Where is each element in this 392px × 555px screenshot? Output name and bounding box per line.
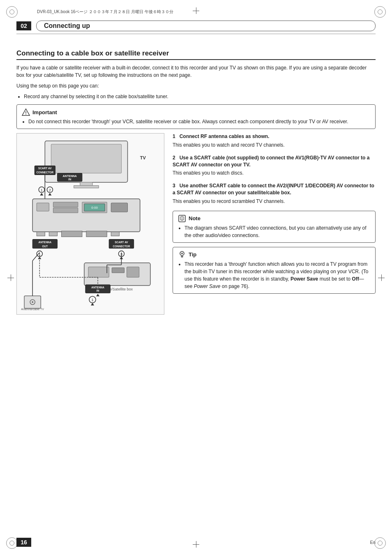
svg-text:0:00: 0:00 <box>91 206 98 210</box>
svg-rect-46 <box>112 268 124 273</box>
svg-marker-15 <box>40 193 43 196</box>
important-text-item: Do not connect this recorder 'through' y… <box>28 118 370 125</box>
warning-icon: ! <box>22 108 30 116</box>
svg-rect-28 <box>49 232 57 236</box>
svg-rect-20 <box>37 203 49 211</box>
svg-text:SCART AV: SCART AV <box>115 241 128 244</box>
note-icon <box>178 214 186 223</box>
two-column-layout: TV ANTENNA IN SCART AV CONNECTOR 1 <box>16 133 376 315</box>
svg-rect-22 <box>53 208 78 213</box>
note-header: Note <box>178 214 370 223</box>
header-bar: 02 Connecting up <box>16 21 376 31</box>
bullet-item-1: Record any channel by selecting it on th… <box>24 93 376 100</box>
tip-bold-off: Off <box>352 276 359 282</box>
tip-icon <box>178 251 186 259</box>
corner-decoration-bl <box>6 537 18 549</box>
svg-rect-29 <box>62 231 82 237</box>
svg-text:2: 2 <box>49 188 51 192</box>
svg-marker-52 <box>96 294 99 296</box>
step-1-text: This enables you to watch and record TV … <box>173 141 376 149</box>
intro-paragraph-1: If you have a cable or satellite receive… <box>16 64 376 79</box>
tip-text-list: This recorder has a 'through' function w… <box>178 260 370 290</box>
step-3-num: 3 <box>173 183 178 189</box>
tip-italic-power-save: Power Save <box>194 283 221 289</box>
corner-decoration-br <box>374 537 386 549</box>
svg-rect-31 <box>111 232 119 236</box>
important-callout: ! Important Do not connect this recorder… <box>16 104 376 129</box>
svg-text:TV: TV <box>140 155 146 160</box>
svg-text:ANTENNA: ANTENNA <box>91 286 104 289</box>
step-1: 1 Connect RF antenna cables as shown. Th… <box>173 133 376 149</box>
step-3: 3 Use another SCART cable to connect the… <box>173 182 376 205</box>
step-3-text: This enables you to record scrambled TV … <box>173 198 376 205</box>
svg-text:IN: IN <box>97 289 99 292</box>
svg-text:SCART AV: SCART AV <box>38 167 52 170</box>
crosshair-top <box>193 7 199 14</box>
important-label: Important <box>32 109 57 115</box>
svg-rect-24 <box>111 203 127 212</box>
diagram-column: TV ANTENNA IN SCART AV CONNECTOR 1 <box>16 133 164 315</box>
connection-diagram: TV ANTENNA IN SCART AV CONNECTOR 1 <box>16 133 164 315</box>
svg-rect-3 <box>51 144 121 173</box>
tip-callout: Tip This recorder has a 'through' functi… <box>173 247 376 294</box>
svg-rect-21 <box>53 202 78 207</box>
note-label: Note <box>189 215 201 221</box>
svg-text:OUT: OUT <box>42 245 48 248</box>
svg-text:Antenna/cable TV: Antenna/cable TV <box>21 308 44 310</box>
note-callout: Note The diagram shows SCART video conne… <box>173 211 376 243</box>
crosshair-right <box>378 274 385 281</box>
chapter-number: 02 <box>16 21 31 30</box>
corner-decoration-tr <box>374 6 386 18</box>
svg-text:ANTENNA: ANTENNA <box>38 241 51 244</box>
tip-label: Tip <box>189 251 196 258</box>
svg-rect-47 <box>127 267 139 277</box>
svg-text:ANTENNA: ANTENNA <box>63 175 77 177</box>
crosshair-left <box>7 274 14 281</box>
page-footer: 16 En <box>16 538 376 547</box>
step-3-heading: 3 Use another SCART cable to connect the… <box>173 182 376 196</box>
svg-text:1: 1 <box>92 298 94 302</box>
file-metadata: DVR-03_UK.book 16ページ ２００３年７月２８日 月曜日 午後６時… <box>37 9 173 15</box>
step-1-heading: 1 Connect RF antenna cables as shown. <box>173 133 376 140</box>
tip-bold-power-save: Power Save <box>291 276 318 282</box>
tip-text-item: This recorder has a 'through' function w… <box>184 260 370 290</box>
page-number: 16 <box>16 538 31 547</box>
intro-paragraph-2: Using the setup on this page you can: <box>16 82 376 90</box>
steps-column: 1 Connect RF antenna cables as shown. Th… <box>173 133 376 315</box>
step-2-num: 2 <box>173 155 178 161</box>
important-header: ! Important <box>22 108 370 116</box>
svg-text:CONNECTOR: CONNECTOR <box>36 171 53 174</box>
diagram-svg: TV ANTENNA IN SCART AV CONNECTOR 1 <box>20 137 161 310</box>
svg-text:1: 1 <box>41 188 43 192</box>
note-text-list: The diagram shows SCART video connection… <box>178 224 370 239</box>
important-text: Do not connect this recorder 'through' y… <box>22 118 370 125</box>
svg-point-58 <box>32 301 33 303</box>
svg-text:IN: IN <box>68 178 71 181</box>
section-heading: Connecting to a cable box or satellite r… <box>16 49 376 60</box>
bullet-list: Record any channel by selecting it on th… <box>24 93 376 100</box>
corner-decoration-tl <box>6 6 18 18</box>
svg-rect-30 <box>86 231 107 237</box>
footer-language: En <box>370 540 376 545</box>
chapter-title: Connecting up <box>36 21 376 31</box>
header-divider <box>16 34 376 34</box>
step-2: 2 Use a SCART cable (not supplied) to co… <box>173 154 376 177</box>
tip-header: Tip <box>178 251 370 259</box>
main-content: Connecting to a cable box or satellite r… <box>16 37 376 534</box>
svg-point-75 <box>181 253 183 254</box>
svg-marker-55 <box>91 303 94 305</box>
step-1-num: 1 <box>173 134 178 139</box>
svg-marker-18 <box>48 193 51 196</box>
svg-text:CONNECTOR: CONNECTOR <box>113 245 130 248</box>
note-text-item: The diagram shows SCART video connection… <box>184 224 370 239</box>
svg-rect-45 <box>88 267 109 277</box>
svg-rect-6 <box>74 186 99 188</box>
step-2-text: This enables you to watch discs. <box>173 169 376 177</box>
svg-text:!: ! <box>25 111 27 115</box>
svg-rect-27 <box>37 232 45 236</box>
step-2-heading: 2 Use a SCART cable (not supplied) to co… <box>173 154 376 168</box>
